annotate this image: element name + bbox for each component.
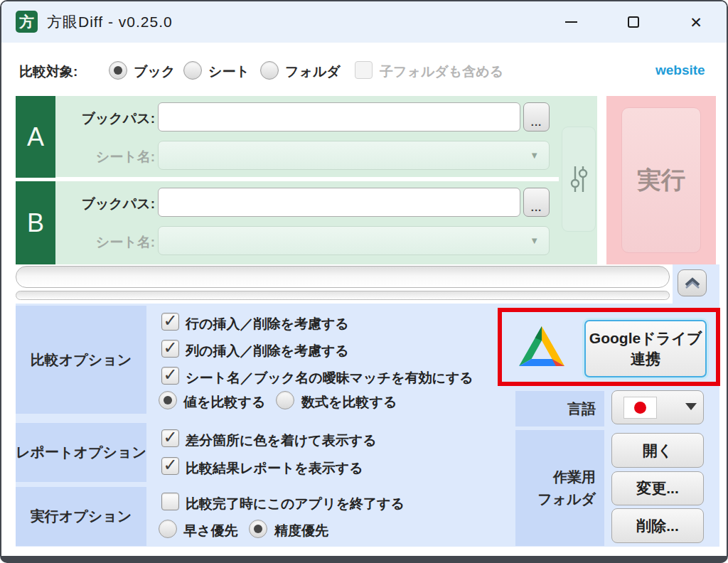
checkbox-row-insert[interactable]: ✓ — [161, 313, 179, 331]
chevron-down-icon: ▼ — [530, 150, 539, 161]
flag-circle — [634, 402, 646, 414]
chevron-down-icon — [685, 403, 697, 410]
minimize-button[interactable] — [553, 1, 589, 43]
website-link[interactable]: website — [655, 63, 705, 78]
sheet-name-dropdown-a: ▼ — [158, 141, 550, 170]
radio-book[interactable] — [109, 61, 127, 80]
google-drive-button-line1: Googleドライブ — [589, 328, 702, 348]
sliders-icon — [569, 164, 588, 194]
checkbox-color-diff[interactable]: ✓ — [161, 429, 179, 447]
compare-options-title: 比較オプション — [16, 306, 146, 414]
app-icon: 方 — [16, 11, 38, 33]
maximize-button[interactable] — [616, 1, 651, 43]
checkbox-exit-on-complete[interactable] — [161, 493, 179, 510]
book-path-label-a: ブックパス: — [61, 109, 155, 128]
work-folder-label-line1: 作業用 — [553, 466, 596, 488]
google-drive-button-line2: 連携 — [631, 349, 660, 369]
change-folder-button[interactable]: 変更... — [611, 471, 704, 505]
radio-accuracy-priority-label[interactable]: 精度優先 — [274, 522, 328, 540]
book-path-label-b: ブックパス: — [61, 195, 155, 213]
check-icon: ✓ — [163, 455, 177, 475]
checkbox-row-insert-label[interactable]: 行の挿入／削除を考慮する — [186, 315, 349, 333]
progress-bar — [16, 291, 670, 300]
browse-button-b[interactable]: ... — [523, 188, 550, 217]
compare-target-label: 比較対象: — [19, 63, 77, 81]
compare-settings-button[interactable] — [562, 127, 596, 232]
panel-divider — [16, 177, 559, 181]
radio-sheet[interactable] — [183, 61, 202, 80]
work-folder-label: 作業用 フォルダ — [515, 430, 604, 546]
include-subfolders-label: 子フォルダも含める — [380, 63, 503, 81]
check-icon: ✓ — [163, 427, 177, 447]
japan-flag-icon — [623, 397, 657, 419]
close-icon: ✕ — [690, 15, 702, 30]
source-b-badge: B — [16, 181, 55, 264]
open-folder-button[interactable]: 開く — [611, 433, 704, 468]
source-a-badge: A — [16, 96, 55, 178]
chevron-up-icon — [682, 276, 702, 290]
title-bar: 方 方眼Diff - v0.25.0 ✕ — [1, 1, 727, 43]
radio-speed-priority[interactable] — [159, 520, 177, 538]
radio-compare-values-label[interactable]: 値を比較する — [183, 393, 265, 412]
check-icon: ✓ — [163, 338, 177, 358]
check-icon: ✓ — [163, 365, 177, 385]
run-button[interactable]: 実行 — [621, 107, 701, 253]
radio-folder-label[interactable]: フォルダ — [285, 63, 341, 81]
execute-options-title: 実行オプション — [16, 487, 146, 546]
book-path-input-b[interactable] — [158, 188, 520, 217]
radio-accuracy-priority[interactable] — [249, 520, 267, 538]
check-icon: ✓ — [163, 311, 177, 331]
radio-compare-formulas[interactable] — [276, 391, 294, 409]
radio-sheet-label[interactable]: シート — [208, 63, 250, 81]
browse-button-a[interactable]: ... — [523, 102, 550, 132]
include-subfolders-checkbox — [355, 61, 373, 79]
radio-folder[interactable] — [260, 61, 279, 80]
checkbox-col-insert[interactable]: ✓ — [161, 340, 179, 358]
window-title: 方眼Diff - v0.25.0 — [47, 1, 173, 43]
checkbox-col-insert-label[interactable]: 列の挿入／削除を考慮する — [186, 342, 349, 360]
google-drive-icon — [518, 325, 565, 369]
book-path-input-a[interactable] — [158, 102, 520, 132]
collapse-button[interactable] — [678, 269, 707, 296]
language-label: 言語 — [515, 391, 604, 427]
chevron-down-icon: ▼ — [530, 235, 539, 246]
report-options-title: レポートオプション — [16, 423, 146, 482]
minimize-icon — [565, 21, 577, 23]
checkbox-exit-on-complete-label[interactable]: 比較完了時にこのアプリを終了する — [186, 495, 405, 513]
checkbox-show-report[interactable]: ✓ — [161, 457, 179, 475]
work-folder-label-line2: フォルダ — [537, 488, 596, 510]
checkbox-show-report-label[interactable]: 比較結果レポートを表示する — [186, 459, 363, 478]
radio-speed-priority-label[interactable]: 早さ優先 — [183, 522, 237, 540]
status-bar — [16, 266, 670, 288]
radio-compare-formulas-label[interactable]: 数式を比較する — [301, 393, 397, 412]
close-button[interactable]: ✕ — [678, 1, 714, 43]
sheet-name-label-a: シート名: — [61, 148, 155, 166]
radio-compare-values[interactable] — [159, 391, 177, 409]
checkbox-fuzzy-match-label[interactable]: シート名／ブック名の曖昧マッチを有効にする — [186, 369, 473, 387]
radio-book-label[interactable]: ブック — [134, 63, 175, 81]
sheet-name-dropdown-b: ▼ — [158, 226, 550, 255]
delete-folder-button[interactable]: 削除... — [611, 508, 704, 543]
google-drive-link-button[interactable]: Googleドライブ 連携 — [584, 320, 707, 377]
maximize-icon — [628, 16, 639, 28]
checkbox-fuzzy-match[interactable]: ✓ — [161, 367, 179, 385]
checkbox-color-diff-label[interactable]: 差分箇所に色を着けて表示する — [186, 431, 377, 450]
sheet-name-label-b: シート名: — [61, 233, 155, 252]
app-window: 方 方眼Diff - v0.25.0 ✕ 比較対象: ブック シート フォルダ … — [0, 0, 728, 563]
